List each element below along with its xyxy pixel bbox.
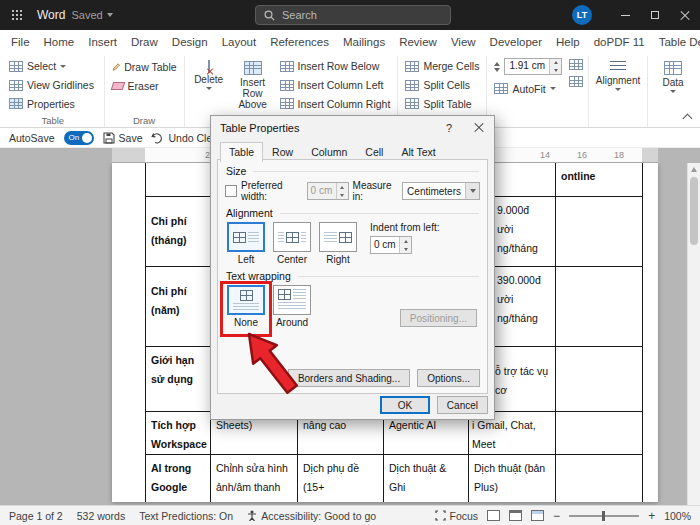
ribbon-tab-help[interactable]: Help bbox=[549, 32, 587, 52]
draw-table-button[interactable]: Draw Table bbox=[110, 57, 179, 76]
print-layout-icon[interactable] bbox=[509, 510, 522, 521]
dialog-tab-alt-text[interactable]: Alt Text bbox=[392, 142, 444, 162]
insert-row-below-button[interactable]: Insert Row Below bbox=[278, 57, 393, 76]
zoom-slider[interactable] bbox=[569, 515, 639, 517]
autofit-button[interactable]: AutoFit bbox=[492, 79, 564, 98]
insert-column-left-button[interactable]: Insert Column Left bbox=[278, 76, 393, 95]
table-cell[interactable] bbox=[146, 163, 211, 197]
web-layout-icon[interactable] bbox=[531, 510, 544, 521]
maximize-button[interactable] bbox=[640, 0, 670, 30]
read-mode-icon[interactable] bbox=[487, 510, 500, 521]
close-button[interactable] bbox=[670, 0, 700, 30]
row-height-spinner[interactable]: 1.91 cm bbox=[504, 58, 562, 75]
dialog-help-button[interactable]: ? bbox=[434, 116, 464, 139]
split-cells-button[interactable]: Split Cells bbox=[403, 76, 481, 95]
merge-cells-button[interactable]: Merge Cells bbox=[403, 57, 481, 76]
spinner-buttons[interactable] bbox=[549, 59, 561, 74]
properties-button[interactable]: Properties bbox=[7, 94, 99, 113]
search-placeholder: Search bbox=[282, 9, 317, 21]
table-cell[interactable] bbox=[556, 412, 643, 455]
align-right-option[interactable]: Right bbox=[318, 222, 358, 265]
draw-table-label: Draw Table bbox=[124, 61, 176, 73]
search-input[interactable]: Search bbox=[255, 5, 451, 25]
options-button[interactable]: Options... bbox=[417, 369, 480, 387]
indent-label: Indent from left: bbox=[370, 222, 439, 233]
distribute-rows-icon[interactable] bbox=[569, 59, 583, 70]
avatar[interactable]: LT bbox=[572, 5, 592, 25]
table-cell[interactable] bbox=[556, 267, 643, 347]
preferred-width-checkbox[interactable] bbox=[225, 185, 237, 197]
ribbon-tab-insert[interactable]: Insert bbox=[81, 32, 124, 52]
dropdown-button[interactable] bbox=[465, 183, 479, 199]
table-cell[interactable]: Dịch thuật & Ghichú tự động bbox=[384, 455, 469, 502]
text-predictions[interactable]: Text Predictions: On bbox=[139, 510, 233, 522]
table-cell[interactable] bbox=[556, 347, 643, 412]
table-cell[interactable]: Tích hợpWorkspace bbox=[146, 412, 211, 455]
dialog-close-button[interactable] bbox=[464, 116, 494, 139]
table-cell[interactable]: ontline bbox=[556, 163, 643, 197]
insert-column-right-button[interactable]: Insert Column Right bbox=[278, 94, 393, 113]
align-left-option[interactable]: Left bbox=[226, 222, 266, 265]
view-gridlines-button[interactable]: View Gridlines bbox=[7, 76, 99, 95]
preferred-width-spinner[interactable]: 0 cm bbox=[307, 182, 349, 200]
accessibility-status[interactable]: Accessibility: Good to go bbox=[247, 510, 376, 522]
table-cell[interactable]: AI trongGoogle Meet bbox=[146, 455, 211, 502]
spinner-buttons[interactable] bbox=[336, 183, 348, 199]
data-button[interactable]: Data bbox=[653, 57, 693, 93]
minimize-button[interactable] bbox=[610, 0, 640, 30]
ribbon-tab-developer[interactable]: Developer bbox=[483, 32, 549, 52]
positioning-button[interactable]: Positioning... bbox=[400, 309, 477, 327]
ribbon-tab-mailings[interactable]: Mailings bbox=[336, 32, 392, 52]
alignment-button[interactable]: Alignment bbox=[594, 57, 642, 91]
focus-mode-button[interactable]: Focus bbox=[435, 510, 479, 522]
zoom-out-icon[interactable]: − bbox=[553, 509, 560, 523]
ribbon-tab-references[interactable]: References bbox=[263, 32, 336, 52]
ribbon-tab-home[interactable]: Home bbox=[37, 32, 82, 52]
autosave-toggle[interactable]: On bbox=[64, 131, 94, 145]
word-count[interactable]: 532 words bbox=[77, 510, 125, 522]
ribbon-tab-file[interactable]: File bbox=[4, 32, 37, 52]
scrollbar-thumb[interactable] bbox=[690, 177, 698, 245]
ribbon-tab-layout[interactable]: Layout bbox=[215, 32, 264, 52]
ribbon-tab-table-design[interactable]: Table Design bbox=[652, 32, 700, 52]
indent-spinner[interactable]: 0 cm bbox=[370, 236, 412, 254]
table-cell[interactable]: Dịch phụ đề (15+ngôn ngữ) bbox=[298, 455, 384, 502]
page-indicator[interactable]: Page 1 of 2 bbox=[9, 510, 63, 522]
zoom-slider-knob[interactable] bbox=[602, 511, 605, 521]
cancel-button[interactable]: Cancel bbox=[437, 396, 488, 414]
dialog-tab-row[interactable]: Row bbox=[263, 142, 302, 162]
ok-button[interactable]: OK bbox=[380, 396, 430, 414]
wrap-around-option[interactable]: Around bbox=[272, 285, 312, 328]
zoom-in-icon[interactable]: + bbox=[648, 509, 655, 523]
vertical-scrollbar[interactable] bbox=[687, 163, 700, 505]
save-button[interactable]: Save bbox=[103, 132, 143, 144]
dialog-title-bar[interactable]: Table Properties ? bbox=[211, 116, 494, 139]
dialog-tab-table[interactable]: Table bbox=[220, 142, 263, 162]
ribbon-tab-dopdf-11[interactable]: doPDF 11 bbox=[587, 32, 652, 52]
table-cell[interactable]: Chi phí (tháng) bbox=[146, 197, 211, 267]
select-button[interactable]: Select bbox=[7, 57, 99, 76]
dialog-tab-column[interactable]: Column bbox=[302, 142, 356, 162]
measure-in-dropdown[interactable]: Centimeters bbox=[402, 182, 480, 200]
spinner-buttons[interactable] bbox=[399, 237, 411, 253]
distribute-columns-icon[interactable] bbox=[569, 76, 583, 87]
split-table-button[interactable]: Split Table bbox=[403, 94, 481, 113]
table-cell[interactable]: Chi phí (năm) bbox=[146, 267, 211, 347]
table-cell[interactable]: Giới hạnsử dụng bbox=[146, 347, 211, 412]
table-cell[interactable]: Dịch thuật (bảnPlus) bbox=[469, 455, 556, 502]
ribbon-tab-view[interactable]: View bbox=[444, 32, 483, 52]
table-cell[interactable] bbox=[556, 455, 643, 502]
save-status[interactable]: Saved bbox=[71, 9, 112, 21]
dialog-tab-cell[interactable]: Cell bbox=[356, 142, 392, 162]
eraser-button[interactable]: Eraser bbox=[110, 76, 179, 95]
ribbon-tab-review[interactable]: Review bbox=[392, 32, 444, 52]
insert-row-above-button[interactable]: Insert Row Above bbox=[230, 57, 276, 113]
ribbon-tab-draw[interactable]: Draw bbox=[124, 32, 165, 52]
align-center-option[interactable]: Center bbox=[272, 222, 312, 265]
ribbon-tab-design[interactable]: Design bbox=[165, 32, 215, 52]
app-launcher-icon[interactable] bbox=[11, 9, 23, 21]
table-cell[interactable] bbox=[556, 197, 643, 267]
delete-button[interactable]: Delete bbox=[190, 57, 228, 113]
table-cell[interactable]: Chỉnh sửa hìnhảnh/âm thanh bbox=[211, 455, 298, 502]
zoom-level[interactable]: 100% bbox=[664, 510, 691, 522]
